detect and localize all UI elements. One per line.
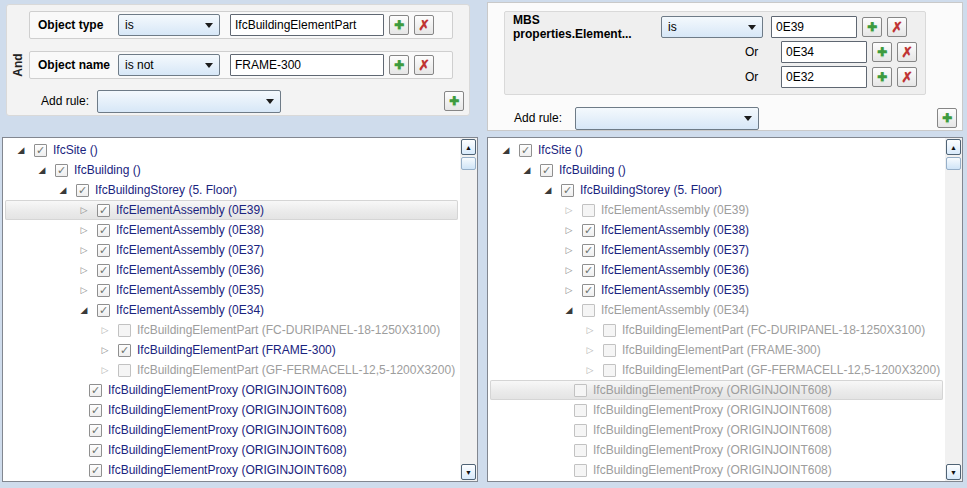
node-checkbox-unchecked[interactable] bbox=[574, 404, 587, 417]
tree-item[interactable]: ▷IfcBuildingElementPart (FC-DURIPANEL-18… bbox=[5, 320, 458, 340]
add-value-button[interactable]: ✚ bbox=[389, 15, 409, 35]
node-checkbox-checked[interactable]: ✓ bbox=[55, 164, 68, 177]
node-checkbox-checked[interactable]: ✓ bbox=[582, 284, 595, 297]
expand-arrow-icon[interactable]: ▷ bbox=[564, 260, 574, 280]
tree-item[interactable]: ▷IfcBuildingElementPart (FC-DURIPANEL-18… bbox=[490, 320, 943, 340]
node-checkbox-checked[interactable]: ✓ bbox=[89, 384, 102, 397]
tree-item[interactable]: ▷✓IfcElementAssembly (0E39) bbox=[5, 200, 458, 220]
node-checkbox-checked[interactable]: ✓ bbox=[540, 164, 553, 177]
node-checkbox-checked[interactable]: ✓ bbox=[97, 244, 110, 257]
tree-item[interactable]: ▷✓IfcBuildingElementPart (FRAME-300) bbox=[5, 340, 458, 360]
node-checkbox-unchecked[interactable] bbox=[574, 384, 587, 397]
tree-item[interactable]: ▷IfcElementAssembly (0E39) bbox=[490, 200, 943, 220]
node-checkbox-unchecked[interactable] bbox=[574, 444, 587, 457]
expand-arrow-icon[interactable]: ▷ bbox=[100, 320, 110, 340]
expand-arrow-icon[interactable]: ▷ bbox=[79, 240, 89, 260]
remove-rule-button[interactable]: ✗ bbox=[414, 15, 434, 35]
node-checkbox-checked[interactable]: ✓ bbox=[97, 264, 110, 277]
collapse-arrow-icon[interactable]: ◢ bbox=[564, 300, 574, 320]
expand-arrow-icon[interactable]: ▷ bbox=[564, 200, 574, 220]
tree-item[interactable]: ◢✓IfcElementAssembly (0E34) bbox=[5, 300, 458, 320]
tree-item[interactable]: ▷✓IfcElementAssembly (0E35) bbox=[5, 280, 458, 300]
tree-item[interactable]: ◢✓IfcBuilding () bbox=[490, 160, 943, 180]
rule-operator-select[interactable]: is not bbox=[118, 54, 220, 76]
node-checkbox-unchecked[interactable] bbox=[603, 324, 616, 337]
expand-arrow-icon[interactable]: ▷ bbox=[564, 240, 574, 260]
scroll-down-button[interactable]: ▼ bbox=[461, 464, 476, 480]
collapse-arrow-icon[interactable]: ◢ bbox=[37, 160, 47, 180]
rule-operator-select[interactable]: is bbox=[118, 14, 220, 36]
add-rule-select[interactable] bbox=[97, 90, 281, 113]
tree-item[interactable]: ◢✓IfcBuilding () bbox=[5, 160, 458, 180]
tree-item[interactable]: ✓IfcBuildingElementProxy (ORIGINJOINT608… bbox=[5, 400, 458, 420]
rule-value-input[interactable] bbox=[230, 54, 384, 76]
add-value-button[interactable]: ✚ bbox=[389, 55, 409, 75]
tree-item[interactable]: ▷✓IfcElementAssembly (0E36) bbox=[5, 260, 458, 280]
tree-item[interactable]: ▷✓IfcElementAssembly (0E38) bbox=[490, 220, 943, 240]
scroll-down-button[interactable]: ▼ bbox=[946, 464, 961, 480]
expand-arrow-icon[interactable]: ▷ bbox=[79, 260, 89, 280]
expand-arrow-icon[interactable]: ▷ bbox=[564, 220, 574, 240]
node-checkbox-checked[interactable]: ✓ bbox=[97, 224, 110, 237]
scroll-up-button[interactable]: ▲ bbox=[946, 139, 961, 155]
node-checkbox-checked[interactable]: ✓ bbox=[89, 424, 102, 437]
collapse-arrow-icon[interactable]: ◢ bbox=[79, 300, 89, 320]
node-checkbox-checked[interactable]: ✓ bbox=[118, 344, 131, 357]
node-checkbox-checked[interactable]: ✓ bbox=[582, 244, 595, 257]
tree-item[interactable]: ▷IfcBuildingElementPart (GF-FERMACELL-12… bbox=[5, 360, 458, 380]
rule-operator-select[interactable]: is bbox=[661, 16, 763, 38]
node-checkbox-checked[interactable]: ✓ bbox=[519, 144, 532, 157]
node-checkbox-checked[interactable]: ✓ bbox=[89, 444, 102, 457]
node-checkbox-checked[interactable]: ✓ bbox=[582, 264, 595, 277]
remove-value-button[interactable]: ✗ bbox=[897, 67, 917, 87]
tree-item[interactable]: ✓IfcBuildingElementProxy (ORIGINJOINT608… bbox=[5, 380, 458, 400]
expand-arrow-icon[interactable]: ▷ bbox=[585, 320, 595, 340]
node-checkbox-unchecked[interactable] bbox=[603, 364, 616, 377]
expand-arrow-icon[interactable]: ▷ bbox=[79, 280, 89, 300]
node-checkbox-checked[interactable]: ✓ bbox=[89, 404, 102, 417]
collapse-arrow-icon[interactable]: ◢ bbox=[501, 140, 511, 160]
tree-item[interactable]: IfcBuildingElementProxy (ORIGINJOINT608) bbox=[490, 420, 943, 440]
tree-item[interactable]: ▷✓IfcElementAssembly (0E37) bbox=[490, 240, 943, 260]
node-checkbox-checked[interactable]: ✓ bbox=[34, 144, 47, 157]
collapse-arrow-icon[interactable]: ◢ bbox=[58, 180, 68, 200]
tree-item[interactable]: IfcBuildingElementProxy (ORIGINJOINT608) bbox=[490, 400, 943, 420]
expand-arrow-icon[interactable]: ▷ bbox=[79, 220, 89, 240]
tree-item[interactable]: ✓IfcBuildingElementProxy (ORIGINJOINT608… bbox=[5, 420, 458, 440]
collapse-arrow-icon[interactable]: ◢ bbox=[16, 140, 26, 160]
node-checkbox-checked[interactable]: ✓ bbox=[97, 284, 110, 297]
expand-arrow-icon[interactable]: ▷ bbox=[564, 280, 574, 300]
node-checkbox-checked[interactable]: ✓ bbox=[97, 204, 110, 217]
expand-arrow-icon[interactable]: ▷ bbox=[100, 360, 110, 380]
remove-value-button[interactable]: ✗ bbox=[897, 42, 917, 62]
node-checkbox-checked[interactable]: ✓ bbox=[89, 464, 102, 477]
tree-item[interactable]: ▷✓IfcElementAssembly (0E35) bbox=[490, 280, 943, 300]
node-checkbox-unchecked[interactable] bbox=[118, 364, 131, 377]
collapse-arrow-icon[interactable]: ◢ bbox=[522, 160, 532, 180]
tree-item[interactable]: ▷IfcBuildingElementPart (GF-FERMACELL-12… bbox=[490, 360, 943, 380]
rule-value-input[interactable] bbox=[781, 66, 867, 88]
expand-arrow-icon[interactable]: ▷ bbox=[79, 200, 89, 220]
expand-arrow-icon[interactable]: ▷ bbox=[585, 360, 595, 380]
scroll-up-button[interactable]: ▲ bbox=[461, 139, 476, 155]
tree-item[interactable]: ◢✓IfcSite () bbox=[490, 140, 943, 160]
tree-item[interactable]: ✓IfcBuildingElementProxy (ORIGINJOINT608… bbox=[5, 440, 458, 460]
node-checkbox-unchecked[interactable] bbox=[582, 304, 595, 317]
add-value-button[interactable]: ✚ bbox=[862, 17, 882, 37]
tree-item[interactable]: ◢✓IfcSite () bbox=[5, 140, 458, 160]
add-value-button[interactable]: ✚ bbox=[872, 42, 892, 62]
expand-arrow-icon[interactable]: ▷ bbox=[585, 340, 595, 360]
tree-item[interactable]: ◢✓IfcBuildingStorey (5. Floor) bbox=[490, 180, 943, 200]
scrollbar-thumb[interactable] bbox=[946, 157, 961, 170]
tree-item[interactable]: IfcBuildingElementProxy (ORIGINJOINT608) bbox=[490, 460, 943, 480]
scrollbar-thumb[interactable] bbox=[461, 157, 476, 170]
node-checkbox-unchecked[interactable] bbox=[574, 424, 587, 437]
tree-item[interactable]: ▷✓IfcElementAssembly (0E37) bbox=[5, 240, 458, 260]
add-rule-button[interactable]: ✚ bbox=[444, 91, 464, 111]
node-checkbox-checked[interactable]: ✓ bbox=[76, 184, 89, 197]
expand-arrow-icon[interactable]: ▷ bbox=[100, 340, 110, 360]
add-rule-button[interactable]: ✚ bbox=[937, 108, 957, 128]
collapse-arrow-icon[interactable]: ◢ bbox=[543, 180, 553, 200]
tree-item[interactable]: ◢IfcElementAssembly (0E34) bbox=[490, 300, 943, 320]
scrollbar[interactable]: ▲ ▼ bbox=[945, 138, 962, 481]
